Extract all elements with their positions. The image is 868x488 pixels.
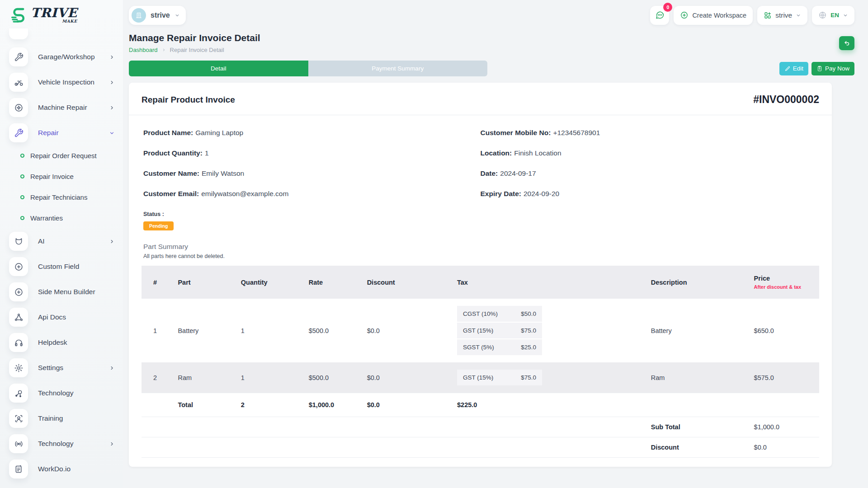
sidebar-subitem-repair-invoice[interactable]: Repair Invoice <box>20 169 115 183</box>
sidebar-item-label: Helpdesk <box>38 338 67 347</box>
cell-part: Battery <box>173 299 236 362</box>
tab-detail[interactable]: Detail <box>129 61 308 76</box>
part-summary-note: All parts here cannot be deleted. <box>129 251 832 259</box>
globe-icon <box>818 11 827 19</box>
invoice-card: Repair Product Invoice #INVO000002 Produ… <box>129 83 832 467</box>
tax-amount: $75.0 <box>521 374 536 381</box>
brand-logo: TRIVE MAKE <box>0 0 123 26</box>
sidebar-item-ai[interactable]: AI <box>9 232 115 251</box>
chevron-right-icon <box>109 365 115 371</box>
tax-chip: GST (15%) $75.0 <box>457 370 542 385</box>
sidebar-item-label: Technology <box>38 389 73 397</box>
sidebar-subitem-repair-technicians[interactable]: Repair Technicians <box>20 190 115 204</box>
sidebar-item-label: Api Docs <box>38 313 66 321</box>
cell-description: Ram <box>646 362 750 393</box>
sidebar-item-label: Custom Field <box>38 263 79 271</box>
chevron-right-icon <box>109 239 115 244</box>
workspace-selector[interactable]: strive <box>129 6 186 25</box>
total-label: Total <box>173 393 236 417</box>
cell-index: 2 <box>142 362 173 393</box>
partial-item-icon[interactable] <box>9 28 28 39</box>
main-area: strive 0 <box>123 0 868 488</box>
invoice-field: Location:Finish Location <box>481 149 818 157</box>
chevron-down-icon <box>109 130 115 136</box>
summary-label: Sub Total <box>646 417 750 437</box>
workspace-dropdown[interactable]: strive <box>757 6 807 25</box>
sidebar-item-side-menu-builder[interactable]: Side Menu Builder <box>9 282 115 301</box>
cell-description: Battery <box>646 299 750 362</box>
breadcrumb-dashboard-link[interactable]: Dashboard <box>129 47 158 53</box>
sidebar-item-repair[interactable]: Repair <box>9 123 115 142</box>
total-rate: $1,000.0 <box>304 393 363 417</box>
sidebar-item-workdo-io[interactable]: WorkDo.io <box>9 460 115 479</box>
cell-index: 1 <box>142 299 173 362</box>
plus-circle-icon <box>680 11 689 19</box>
sidebar-item-machine-repair[interactable]: Machine Repair <box>9 98 115 117</box>
dot-icon <box>20 153 25 158</box>
cell-tax: CGST (10%) $50.0 GST (15%) $75.0 SGST (5… <box>453 299 646 362</box>
sidebar-item-custom-field[interactable]: Custom Field <box>9 257 115 276</box>
broadcast-icon <box>9 434 28 453</box>
field-label: Product Name: <box>143 129 193 136</box>
messages-button[interactable]: 0 <box>650 6 669 25</box>
status-label: Status : <box>143 211 817 217</box>
chevron-right-icon <box>109 105 115 111</box>
summary-value: $0.0 <box>750 437 819 458</box>
invoice-actions: Edit Pay Now <box>779 62 854 75</box>
brand-s-icon <box>10 7 29 24</box>
brand-tagline: MAKE <box>62 19 77 23</box>
tab-payment-summary[interactable]: Payment Summary <box>308 61 488 76</box>
sidebar-item-helpdesk[interactable]: Helpdesk <box>9 333 115 352</box>
chevron-right-icon <box>109 441 115 447</box>
dot-icon <box>20 195 25 200</box>
sidebar-subitem-repair-order-request[interactable]: Repair Order Request <box>20 149 115 162</box>
edit-button[interactable]: Edit <box>779 62 808 75</box>
training-icon <box>9 409 28 428</box>
sidebar-item-settings[interactable]: Settings <box>9 358 115 377</box>
page-header: Manage Repair Invoice Detail Dashboard R… <box>129 33 854 53</box>
sidebar-item-technology-2[interactable]: Technology <box>9 434 115 453</box>
col-header-description: Description <box>646 266 750 299</box>
create-workspace-button[interactable]: Create Workspace <box>674 6 753 25</box>
pay-now-button[interactable]: Pay Now <box>811 62 854 75</box>
workspace-avatar <box>132 8 146 23</box>
status-badge: Pending <box>143 221 174 230</box>
total-tax: $225.0 <box>453 393 646 417</box>
table-header-row: #PartQuantityRateDiscountTaxDescriptionP… <box>142 266 819 299</box>
field-value: Emily Watson <box>202 169 244 177</box>
field-label: Product Quantity: <box>143 149 203 157</box>
table-row: 1 Battery 1 $500.0 $0.0 CGST (10%) $50.0… <box>142 299 819 362</box>
tax-chip: CGST (10%) $50.0 <box>457 306 542 322</box>
wrench-icon <box>9 47 28 66</box>
language-selector[interactable]: EN <box>812 6 854 25</box>
language-code: EN <box>830 12 839 19</box>
cell-tax: GST (15%) $75.0 <box>453 362 646 393</box>
sidebar-item-training[interactable]: Training <box>9 409 115 428</box>
tax-name: GST (15%) <box>463 327 493 334</box>
invoice-title: Repair Product Invoice <box>142 95 235 105</box>
field-label: Customer Email: <box>143 190 199 197</box>
total-quantity: 2 <box>236 393 304 417</box>
topbar-right: 0 Create Workspace strive <box>650 6 854 25</box>
dot-icon <box>20 174 25 179</box>
sidebar-item-label: Repair <box>38 129 59 137</box>
sidebar-subitem-warranties[interactable]: Warranties <box>20 211 115 225</box>
tax-chip: SGST (5%) $25.0 <box>457 339 542 355</box>
brand-wordmark: TRIVE <box>31 8 77 19</box>
table-row: 2 Ram 1 $500.0 $0.0 GST (15%) $75.0 Ram … <box>142 362 819 393</box>
sidebar-item-label: Settings <box>38 364 63 372</box>
sidebar-item-garage-workshop[interactable]: Garage/Workshop <box>9 47 115 66</box>
sidebar-item-technology[interactable]: Technology <box>9 384 115 403</box>
tax-amount: $25.0 <box>521 344 536 351</box>
ai-icon <box>9 232 28 251</box>
dot-icon <box>20 216 25 221</box>
col-header-discount: Discount <box>363 266 453 299</box>
motorbike-icon <box>9 73 28 92</box>
back-button[interactable] <box>839 36 854 50</box>
grid-plus-icon <box>764 11 772 19</box>
chevron-down-icon <box>175 13 180 18</box>
sidebar-item-vehicle-inspection[interactable]: Vehicle Inspection <box>9 73 115 92</box>
sidebar-nav: Garage/Workshop Vehicle Inspection Machi… <box>0 26 123 479</box>
sidebar-item-api-docs[interactable]: Api Docs <box>9 308 115 327</box>
chevron-right-icon <box>109 80 115 85</box>
